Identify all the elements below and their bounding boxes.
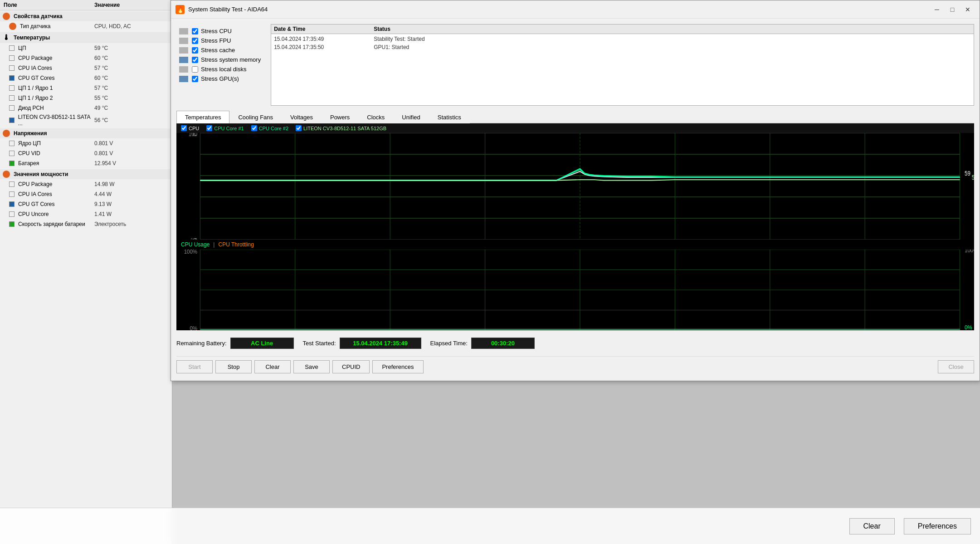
remaining-battery-item: Remaining Battery: AC Line: [176, 338, 294, 349]
ssd-temp-icon: [9, 118, 15, 123]
taskbar-preferences-button[interactable]: Preferences: [904, 518, 971, 534]
stop-button[interactable]: Stop: [215, 360, 252, 373]
core2-temp-icon: [9, 95, 15, 101]
battery-v-icon: [9, 161, 15, 166]
cpu-throttling-label: CPU Throttling: [218, 241, 254, 248]
cpu-package-w-icon: [9, 181, 15, 187]
legend-core2: CPU Core #2: [251, 125, 288, 131]
legend-core1-checkbox[interactable]: [206, 125, 212, 131]
test-started-item: Test Started: 15.04.2024 17:35:49: [303, 338, 421, 349]
sensor-list[interactable]: Свойства датчика Тип датчика CPU, HDD, A…: [0, 10, 172, 541]
temp-chart-legend: CPU CPU Core #1 CPU Core #2 LITEON: [176, 123, 974, 133]
category-power: Значения мощности: [0, 169, 172, 179]
log-status-2: GPU1: Started: [374, 44, 971, 50]
legend-cpu: CPU: [181, 125, 199, 131]
window-title: System Stability Test - AIDA64: [188, 6, 926, 13]
sensor-row-cpu-ia-cores: CPU IA Cores 57 °C: [0, 63, 172, 73]
voltage-icon: [3, 130, 10, 137]
taskbar-right: Clear Preferences: [849, 518, 971, 534]
charts-area: CPU CPU Core #1 CPU Core #2 LITEON: [176, 123, 974, 330]
stress-cache-icon: [179, 47, 188, 54]
remaining-battery-value: AC Line: [230, 338, 294, 349]
stress-memory-checkbox[interactable]: [192, 57, 198, 63]
battery-charge-icon: [9, 221, 15, 227]
legend-core1-label: CPU Core #1: [214, 126, 244, 131]
taskbar: Clear Preferences: [0, 508, 980, 544]
log-table: Date & Time Status 15.04.2024 17:35:49 S…: [271, 24, 974, 106]
sensor-row-cpu-package: CPU Package 60 °C: [0, 53, 172, 63]
cpu-gt-cores-temp-icon: [9, 75, 15, 81]
stress-disks-icon: [179, 66, 188, 73]
close-button[interactable]: ✕: [960, 4, 975, 15]
temp-chart-svg: 100 0 °C °C 17:35:49: [176, 133, 974, 240]
sensor-row-cpu-ia-w: CPU IA Cores 4.44 W: [0, 189, 172, 199]
tab-clocks[interactable]: Clocks: [358, 111, 393, 123]
legend-core1: CPU Core #1: [206, 125, 244, 131]
svg-text:100%: 100%: [184, 250, 198, 255]
sensor-row-battery-charge: Скорость зарядки батареи Электросеть: [0, 219, 172, 229]
tab-unified[interactable]: Unified: [393, 111, 429, 123]
save-button[interactable]: Save: [293, 360, 330, 373]
clear-button[interactable]: Clear: [254, 360, 291, 373]
legend-cpu-checkbox[interactable]: [181, 125, 187, 131]
cpu-package-temp-icon: [9, 55, 15, 61]
left-panel: Поле Значение Свойства датчика Тип датчи…: [0, 0, 172, 544]
tab-voltages[interactable]: Voltages: [282, 111, 322, 123]
thermometer-icon: 🌡: [3, 34, 10, 42]
cpuvid-icon: [9, 151, 15, 156]
stress-fpu-icon: [179, 38, 188, 44]
stress-gpu-checkbox[interactable]: [192, 76, 198, 82]
stress-memory-icon: [179, 57, 188, 63]
svg-text:56: 56: [972, 174, 974, 181]
log-row-1: 15.04.2024 17:35:49 Stability Test: Star…: [271, 35, 974, 43]
sensor-row-vcore: Ядро ЦП 0.801 V: [0, 138, 172, 148]
usage-chart-body: 100% 0% 100% 0%: [176, 250, 974, 330]
sensor-row-ssd: LITEON CV3-8D512-11 SATA ... 56 °C: [0, 113, 172, 127]
cpuid-button[interactable]: CPUID: [332, 360, 370, 373]
preferences-button[interactable]: Preferences: [372, 360, 423, 373]
close-button-main[interactable]: Close: [938, 360, 974, 373]
tab-temperatures[interactable]: Temperatures: [176, 111, 229, 123]
legend-core2-checkbox[interactable]: [251, 125, 257, 131]
cpu-uncore-icon: [9, 211, 15, 217]
tab-cooling-fans[interactable]: Cooling Fans: [229, 111, 282, 123]
usage-chart-header: CPU Usage | CPU Throttling: [176, 240, 974, 250]
sensor-row-battery-v: Батарея 12.954 V: [0, 158, 172, 168]
minimize-button[interactable]: ─: [930, 4, 944, 15]
stress-cpu-checkbox[interactable]: [192, 28, 198, 34]
svg-text:0%: 0%: [965, 324, 972, 330]
stress-cpu-item: Stress CPU: [179, 27, 261, 35]
svg-text:100%: 100%: [965, 250, 974, 254]
col-field-header: Поле: [4, 2, 94, 8]
legend-ssd: LITEON CV3-8D512-11 SATA 512GB: [296, 125, 386, 131]
category-sensor-properties: Свойства датчика: [0, 11, 172, 21]
stress-fpu-checkbox[interactable]: [192, 38, 198, 44]
sensor-properties-icon: [3, 13, 10, 20]
maximize-button[interactable]: □: [945, 4, 960, 15]
svg-text:°C: °C: [190, 236, 196, 240]
legend-core2-label: CPU Core #2: [259, 126, 288, 131]
stress-disks-item: Stress local disks: [179, 65, 261, 74]
app-icon: 🔥: [176, 5, 185, 14]
left-panel-header: Поле Значение: [0, 0, 172, 10]
stress-memory-item: Stress system memory: [179, 55, 261, 64]
tab-statistics[interactable]: Statistics: [429, 111, 470, 123]
legend-ssd-checkbox[interactable]: [296, 125, 302, 131]
temp-chart-body: 100 0 °C °C 17:35:49: [176, 133, 974, 240]
stress-gpu-item: Stress GPU(s): [179, 74, 261, 83]
log-row-2: 15.04.2024 17:35:50 GPU1: Started: [271, 43, 974, 51]
action-buttons: Start Stop Clear Save CPUID Preferences …: [176, 356, 974, 375]
taskbar-clear-button[interactable]: Clear: [849, 518, 895, 534]
stress-cache-checkbox[interactable]: [192, 47, 198, 54]
tab-powers[interactable]: Powers: [322, 111, 358, 123]
cpu-ia-w-icon: [9, 191, 15, 197]
sensor-row-cpu-uncore: CPU Uncore 1.41 W: [0, 209, 172, 219]
sensor-row-core2: ЦП 1 / Ядро 2 55 °C: [0, 93, 172, 103]
sensor-row-cpuvid: CPU VID 0.801 V: [0, 148, 172, 158]
window-controls: ─ □ ✕: [930, 4, 975, 15]
col-status-header: Status: [374, 26, 971, 32]
content-area: Stress CPU Stress FPU Stress cache: [171, 19, 980, 381]
start-button[interactable]: Start: [176, 360, 213, 373]
stress-disks-checkbox[interactable]: [192, 66, 198, 73]
svg-text:°C: °C: [190, 133, 196, 137]
